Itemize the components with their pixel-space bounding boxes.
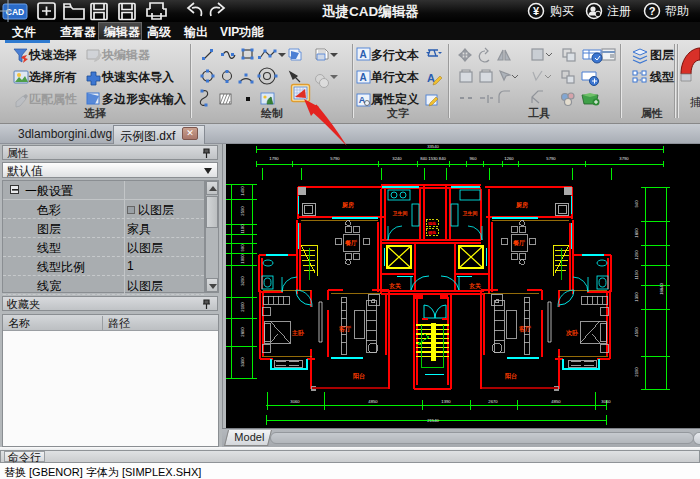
svg-text:1260: 1260	[504, 156, 514, 161]
svg-text:2190: 2190	[634, 367, 639, 377]
svg-text:2890: 2890	[240, 327, 245, 337]
svg-text:阳台: 阳台	[353, 372, 365, 380]
svg-text:2590: 2590	[240, 206, 245, 216]
svg-text:4850: 4850	[368, 399, 378, 404]
svg-text:3060: 3060	[290, 399, 300, 404]
svg-text:CAD: CAD	[6, 7, 24, 17]
svg-text:900: 900	[240, 244, 245, 252]
svg-text:3290: 3290	[240, 276, 245, 286]
svg-text:18840: 18840	[659, 283, 664, 295]
svg-text:玄关: 玄关	[468, 282, 481, 290]
svg-text:卫生间: 卫生间	[392, 210, 408, 217]
svg-text:餐厅: 餐厅	[512, 239, 525, 247]
svg-text:1490: 1490	[240, 186, 245, 196]
svg-text:3390: 3390	[240, 357, 245, 367]
svg-text:1190: 1190	[634, 270, 639, 280]
svg-text:840 1530 840: 840 1530 840	[420, 156, 446, 161]
svg-text:次卧: 次卧	[566, 329, 579, 337]
svg-text:厨房: 厨房	[515, 201, 528, 209]
svg-text:强电: 强电	[428, 221, 436, 226]
svg-text:A: A	[359, 49, 366, 60]
svg-text:960: 960	[470, 156, 478, 161]
svg-text:¥: ¥	[533, 5, 540, 17]
svg-text:1000: 1000	[240, 254, 245, 264]
svg-text:玄关: 玄关	[388, 282, 401, 290]
svg-text:5790: 5790	[330, 156, 340, 161]
svg-text:3240: 3240	[392, 156, 402, 161]
svg-text:?: ?	[649, 5, 656, 17]
svg-text:捕: 捕	[690, 96, 700, 108]
svg-text:2100: 2100	[240, 302, 245, 312]
svg-text:弱电: 弱电	[427, 230, 436, 236]
svg-text:厨房: 厨房	[341, 201, 354, 209]
svg-text:3060: 3060	[601, 399, 611, 404]
svg-text:主卧: 主卧	[291, 329, 305, 336]
svg-text:1890: 1890	[634, 228, 639, 238]
svg-text:阳台: 阳台	[505, 372, 517, 380]
svg-text:2670: 2670	[488, 399, 498, 404]
svg-text:1290: 1290	[634, 250, 639, 260]
svg-text:3790: 3790	[619, 156, 629, 161]
svg-text:1390: 1390	[634, 292, 639, 302]
svg-text:客厅: 客厅	[338, 325, 351, 333]
svg-text:4590: 4590	[634, 327, 639, 337]
svg-text:5790: 5790	[546, 156, 556, 161]
svg-text:餐厅: 餐厅	[344, 239, 357, 247]
svg-text:1790: 1790	[269, 156, 279, 161]
svg-text:1100: 1100	[240, 224, 245, 234]
svg-text:940: 940	[634, 200, 639, 208]
svg-text:A: A	[359, 72, 366, 83]
svg-text:卫生间: 卫生间	[462, 210, 478, 217]
svg-text:33540: 33540	[427, 144, 439, 149]
svg-text:21540: 21540	[427, 418, 439, 423]
svg-text:4850: 4850	[551, 399, 561, 404]
svg-text:客厅: 客厅	[518, 325, 531, 333]
svg-text:1390: 1390	[441, 399, 451, 404]
